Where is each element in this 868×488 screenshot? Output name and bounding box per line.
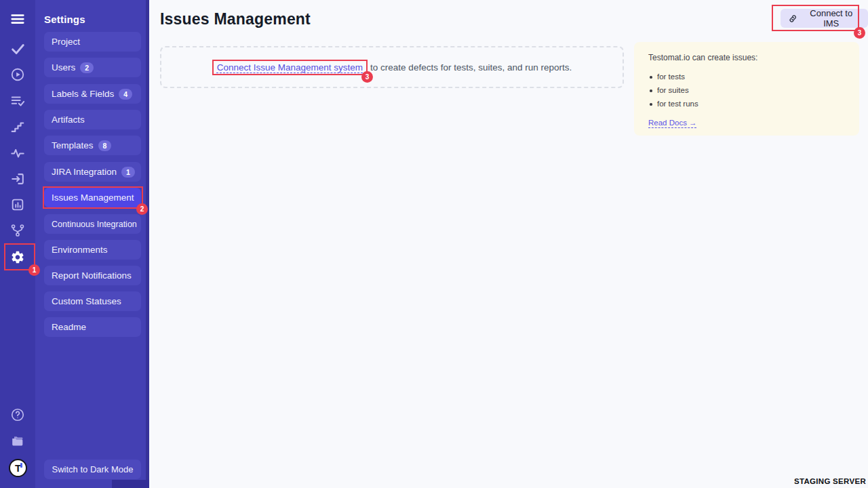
item-badge: 1: [121, 167, 135, 178]
bottom-dark-strip: [112, 480, 149, 488]
sidebar-item-templates[interactable]: Templates8: [44, 136, 141, 155]
sidebar-item-users[interactable]: Users2: [44, 58, 141, 77]
item-badge: 8: [98, 140, 112, 151]
info-bullet-list: for tests for suites for test runs: [648, 73, 845, 108]
empty-state-text: Connect Issue Management system 3 to cre…: [212, 60, 572, 75]
sidebar-item-continuous-integration[interactable]: Continuous Integration: [44, 214, 141, 234]
item-badge: 2: [80, 62, 94, 73]
tests-check-icon[interactable]: [10, 41, 25, 56]
import-sign-in-icon[interactable]: [10, 171, 25, 186]
staging-server-label: STAGING SERVER: [794, 477, 866, 485]
empty-state-box: Connect Issue Management system 3 to cre…: [160, 46, 624, 88]
icon-rail: T: [0, 0, 35, 488]
milestones-stairs-icon[interactable]: [10, 119, 25, 134]
item-badge: 4: [119, 89, 132, 100]
annotation-badge-2: 2: [136, 203, 148, 215]
switch-dark-mode-button[interactable]: Switch to Dark Mode: [44, 460, 141, 479]
sidebar-item-custom-statuses[interactable]: Custom Statuses: [44, 291, 141, 311]
settings-gear-icon[interactable]: [10, 249, 25, 264]
connect-to-ims-button[interactable]: Connect to IMS: [781, 9, 868, 28]
settings-sidebar: Settings Project Users2 Labels & Fields4…: [35, 0, 149, 488]
list-item: for suites: [648, 86, 845, 94]
connect-issue-management-link[interactable]: Connect Issue Management system: [217, 62, 363, 73]
testomat-logo[interactable]: T: [9, 459, 27, 477]
test-plans-list-check-icon[interactable]: [10, 94, 25, 108]
sidebar-item-project[interactable]: Project: [44, 32, 141, 52]
read-docs-link[interactable]: Read Docs →: [648, 119, 697, 127]
link-chain-icon: [788, 14, 797, 24]
info-panel-title: Testomat.io can create issues:: [648, 53, 845, 62]
sidebar-item-environments[interactable]: Environments: [44, 240, 141, 260]
list-item: for test runs: [648, 100, 845, 108]
reports-bar-chart-icon[interactable]: [10, 197, 25, 212]
branches-fork-icon[interactable]: [10, 223, 25, 238]
annotation-badge-3-button: 3: [854, 27, 865, 39]
analytics-pulse-icon[interactable]: [10, 146, 25, 161]
projects-folder-icon[interactable]: [10, 434, 25, 449]
runs-play-icon[interactable]: [10, 67, 25, 82]
sidebar-scrollbar[interactable]: [146, 0, 149, 488]
hamburger-menu-icon[interactable]: [10, 12, 25, 26]
sidebar-item-jira-integration[interactable]: JIRA Integration1: [44, 162, 141, 182]
sidebar-item-report-notifications[interactable]: Report Notifications: [44, 266, 141, 285]
annotation-box-link: Connect Issue Management system 3: [212, 60, 368, 75]
logo-accent: [20, 463, 22, 468]
help-question-icon[interactable]: [10, 407, 25, 422]
main-content: Issues Management Connect to IMS Connect…: [149, 0, 868, 488]
sidebar-item-labels-fields[interactable]: Labels & Fields4: [44, 84, 141, 104]
annotation-badge-1: 1: [28, 264, 40, 276]
sidebar-item-artifacts[interactable]: Artifacts: [44, 110, 141, 129]
sidebar-title: Settings: [44, 14, 85, 25]
page-title: Issues Management: [160, 10, 311, 28]
sidebar-item-readme[interactable]: Readme: [44, 317, 141, 337]
list-item: for tests: [648, 73, 845, 81]
info-panel: Testomat.io can create issues: for tests…: [634, 42, 859, 136]
annotation-badge-3: 3: [361, 71, 373, 83]
sidebar-item-issues-management[interactable]: Issues Management: [44, 188, 141, 207]
